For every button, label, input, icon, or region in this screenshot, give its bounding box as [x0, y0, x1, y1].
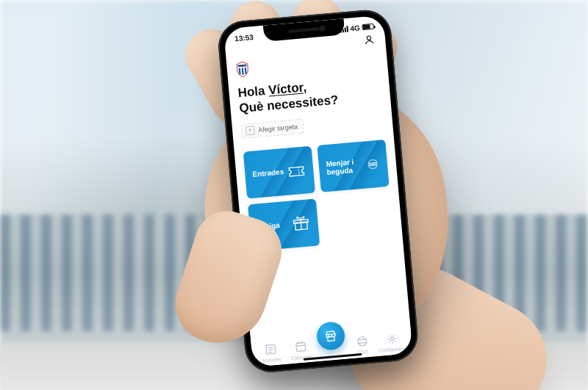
- svg-rect-7: [266, 344, 276, 354]
- nav-store[interactable]: [315, 321, 345, 351]
- gear-icon: [385, 331, 400, 346]
- svg-point-10: [357, 336, 367, 346]
- svg-text:7: 7: [300, 347, 302, 350]
- calendar-icon: 7: [294, 339, 309, 354]
- status-network: 4G: [350, 24, 360, 32]
- burger-icon: [365, 154, 381, 174]
- greeting-heading: Hola Víctor, Què necessites?: [237, 73, 382, 116]
- store-icon: [323, 329, 338, 344]
- svg-point-11: [390, 337, 394, 341]
- battery-icon: [362, 24, 374, 30]
- club-icon: [355, 334, 370, 349]
- gift-icon: [290, 213, 311, 234]
- greeting-prefix: Hola: [237, 84, 269, 101]
- plus-icon: +: [245, 126, 255, 135]
- profile-icon[interactable]: [362, 34, 375, 46]
- bottom-nav: Notícies 7 Calendari Club Configuració: [249, 309, 412, 367]
- nav-label: Notícies: [262, 356, 282, 363]
- news-icon: [264, 342, 279, 357]
- add-card-label: Afegir targeta: [258, 123, 298, 134]
- greeting-suffix: ,: [302, 80, 306, 94]
- ticket-icon: [286, 160, 306, 181]
- club-crest-icon: [235, 61, 250, 78]
- nav-club[interactable]: Club: [348, 333, 376, 355]
- nav-noticies[interactable]: Notícies: [257, 342, 285, 364]
- tile-label: Menjar i beguda: [326, 156, 367, 176]
- nav-label: Configuració: [379, 345, 408, 353]
- add-card-button[interactable]: + Afegir targeta: [240, 118, 304, 138]
- greeting-username: Víctor: [268, 80, 304, 97]
- hand-holding-phone: 13:53 4G: [132, 4, 514, 390]
- tile-entrades[interactable]: Entrades: [243, 145, 315, 198]
- tile-menjar[interactable]: Menjar i beguda: [317, 139, 389, 192]
- tile-label: Entrades: [252, 167, 284, 178]
- status-time: 13:53: [234, 33, 254, 43]
- svg-point-0: [367, 36, 371, 40]
- nav-config[interactable]: Configuració: [379, 331, 406, 353]
